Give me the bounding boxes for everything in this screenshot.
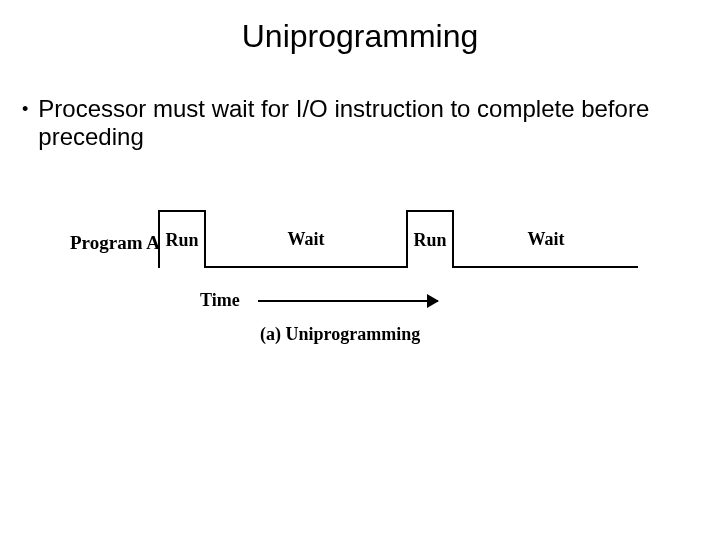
arrow-right-icon xyxy=(427,294,439,308)
bullet-dot-icon: • xyxy=(22,95,28,123)
wait-segment: Wait xyxy=(206,210,406,268)
bullet-text: Processor must wait for I/O instruction … xyxy=(38,95,690,151)
run-segment: Run xyxy=(158,210,206,268)
wait-segment: Wait xyxy=(454,210,638,268)
program-label: Program A xyxy=(70,232,160,254)
slide-title: Uniprogramming xyxy=(0,0,720,55)
time-label: Time xyxy=(200,290,240,311)
diagram-caption: (a) Uniprogramming xyxy=(260,324,420,345)
bullet-item: • Processor must wait for I/O instructio… xyxy=(22,95,690,151)
arrow-line xyxy=(258,300,438,302)
timeline: RunWaitRunWait xyxy=(158,210,638,268)
bullet-list: • Processor must wait for I/O instructio… xyxy=(0,55,720,151)
run-segment: Run xyxy=(406,210,454,268)
time-axis: Time xyxy=(200,290,438,311)
